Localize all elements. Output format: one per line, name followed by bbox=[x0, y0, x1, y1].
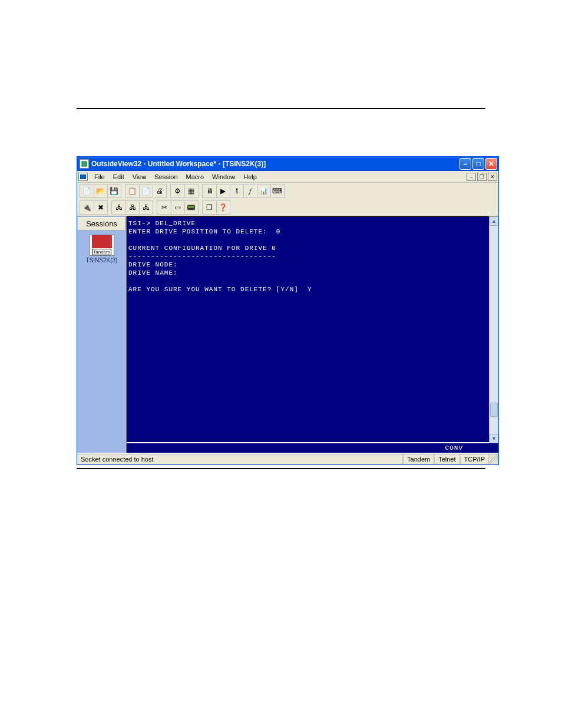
keyboard-icon[interactable]: ⌨ bbox=[270, 185, 284, 197]
app-window: OutsideView32 - Untitled Workspace* - [T… bbox=[77, 156, 499, 465]
save-icon[interactable]: 💾 bbox=[107, 185, 121, 197]
close-button[interactable]: ✕ bbox=[485, 158, 497, 170]
chart-icon[interactable]: 📊 bbox=[257, 185, 270, 197]
copy-icon[interactable]: 📋 bbox=[125, 185, 139, 197]
terminal[interactable]: TSI-> DEL_DRIVE ENTER DRIVE POSITION TO … bbox=[127, 216, 498, 442]
scroll-thumb[interactable] bbox=[490, 403, 498, 417]
page-divider-top bbox=[77, 108, 485, 109]
toolbar-row-2: 🔌 ✖ 🖧 🖧 🖧 ✂ ▭ 📟 ❐ ❓ bbox=[77, 199, 498, 216]
terminal-area: TSI-> DEL_DRIVE ENTER DRIVE POSITION TO … bbox=[127, 216, 498, 453]
status-main: Socket connected to host bbox=[77, 454, 403, 465]
status-session-type: Tandem bbox=[403, 454, 434, 465]
scroll-down-icon[interactable]: ▼ bbox=[490, 434, 498, 443]
workarea: Sessions Tandem TSINS2K(3) TSI-> DEL_DRI… bbox=[77, 216, 498, 453]
menu-macro[interactable]: Macro bbox=[182, 172, 209, 182]
fx-icon[interactable]: 𝑓 bbox=[243, 185, 257, 197]
settings-icon[interactable]: ⚙ bbox=[171, 185, 184, 197]
play-icon[interactable]: ▶ bbox=[216, 185, 230, 197]
sessions-panel: Sessions Tandem TSINS2K(3) bbox=[77, 216, 127, 453]
mdi-restore-button[interactable]: ❐ bbox=[477, 173, 487, 181]
mdi-minimize-button[interactable]: – bbox=[467, 173, 476, 181]
toolbars: 📄 📂 💾 📋 📄 🖨 ⚙ ▦ 🖥 ▶ ⥉ 𝑓 📊 ⌨ bbox=[77, 183, 498, 216]
menubar: File Edit View Session Macro Window Help… bbox=[77, 171, 498, 183]
svg-rect-1 bbox=[80, 174, 86, 179]
terminal-icon: Tandem bbox=[90, 235, 114, 256]
tool2-icon[interactable]: ▭ bbox=[171, 201, 184, 214]
open-icon[interactable]: 📂 bbox=[94, 185, 107, 197]
connect-icon[interactable]: 🔌 bbox=[80, 201, 94, 214]
session3-icon[interactable]: 🖧 bbox=[139, 201, 153, 214]
session1-icon[interactable]: 🖧 bbox=[112, 201, 125, 214]
paste-icon[interactable]: 📄 bbox=[139, 185, 153, 197]
screen-icon[interactable]: 🖥 bbox=[203, 185, 216, 197]
maximize-button[interactable]: □ bbox=[472, 158, 484, 170]
menu-window[interactable]: Window bbox=[208, 172, 239, 182]
sessions-header[interactable]: Sessions bbox=[78, 217, 125, 230]
titlebar-text: OutsideView32 - Untitled Workspace* - [T… bbox=[91, 160, 459, 168]
new-icon[interactable]: 📄 bbox=[80, 185, 94, 197]
help-icon[interactable]: ❓ bbox=[216, 201, 230, 214]
session-item[interactable]: Tandem TSINS2K(3) bbox=[77, 231, 126, 267]
svg-rect-0 bbox=[82, 162, 87, 166]
app-icon bbox=[80, 159, 89, 169]
vertical-scrollbar[interactable]: ▲ ▼ bbox=[489, 216, 498, 443]
session2-icon[interactable]: 🖧 bbox=[125, 201, 139, 214]
tool1-icon[interactable]: ✂ bbox=[157, 201, 171, 214]
menu-edit[interactable]: Edit bbox=[109, 172, 128, 182]
print-icon[interactable]: 🖨 bbox=[153, 185, 166, 197]
window-icon[interactable]: ❐ bbox=[203, 201, 216, 214]
mdi-close-button[interactable]: ✕ bbox=[488, 173, 497, 181]
status-protocol: Telnet bbox=[434, 454, 459, 465]
document-icon[interactable] bbox=[78, 173, 88, 181]
minimize-button[interactable]: – bbox=[459, 158, 471, 170]
page-divider-bottom bbox=[77, 468, 485, 469]
statusbar: Socket connected to host Tandem Telnet T… bbox=[77, 453, 498, 465]
session-icon-label: Tandem bbox=[92, 249, 111, 255]
tool3-icon[interactable]: 📟 bbox=[184, 201, 198, 214]
binary-icon[interactable]: ⥉ bbox=[230, 185, 243, 197]
grid-icon[interactable]: ▦ bbox=[184, 185, 198, 197]
menu-view[interactable]: View bbox=[128, 172, 151, 182]
resize-grip-icon[interactable] bbox=[489, 454, 498, 465]
scroll-up-icon[interactable]: ▲ bbox=[490, 216, 498, 226]
disconnect-icon[interactable]: ✖ bbox=[94, 201, 107, 214]
titlebar[interactable]: OutsideView32 - Untitled Workspace* - [T… bbox=[77, 157, 498, 171]
menu-file[interactable]: File bbox=[90, 172, 109, 182]
session-label: TSINS2K(3) bbox=[86, 257, 118, 263]
menu-session[interactable]: Session bbox=[150, 172, 181, 182]
window-controls: – □ ✕ bbox=[459, 158, 497, 170]
terminal-footer: CONV bbox=[127, 443, 498, 453]
status-transport: TCP/IP bbox=[460, 454, 489, 465]
menu-help[interactable]: Help bbox=[239, 172, 261, 182]
toolbar-row-1: 📄 📂 💾 📋 📄 🖨 ⚙ ▦ 🖥 ▶ ⥉ 𝑓 📊 ⌨ bbox=[77, 183, 498, 199]
mdi-controls: – ❐ ✕ bbox=[467, 173, 497, 181]
